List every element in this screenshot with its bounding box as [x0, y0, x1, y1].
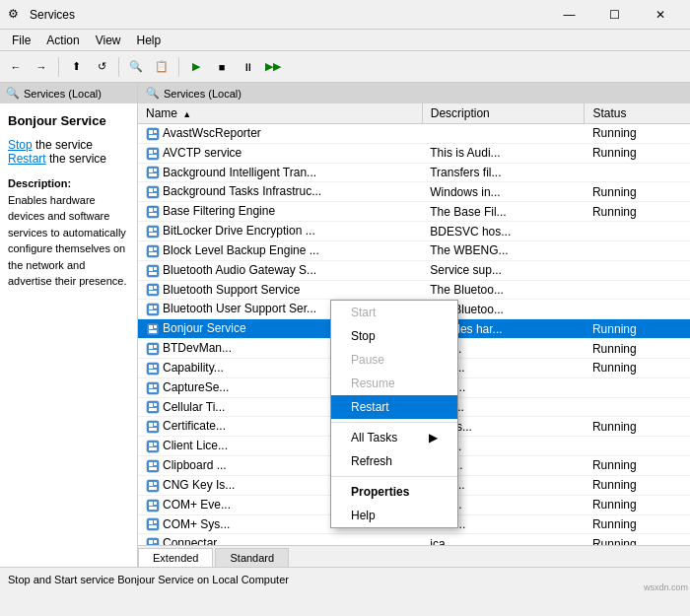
toolbar-separator-1	[58, 57, 59, 77]
service-name-cell: AVCTP service	[138, 143, 422, 163]
table-row[interactable]: Block Level Backup Engine ...The WBENG..…	[138, 240, 690, 260]
service-status-cell: Running	[585, 124, 690, 144]
tab-standard[interactable]: Standard	[215, 548, 289, 567]
service-desc-cell: This is Audi...	[422, 143, 585, 163]
toolbar: ← → ⬆ ↺ 🔍 📋 ▶ ■ ⏸ ▶▶	[0, 51, 690, 83]
svg-rect-58	[154, 403, 157, 406]
table-row[interactable]: BitLocker Drive Encryption ...BDESVC hos…	[138, 222, 690, 241]
svg-rect-81	[149, 520, 153, 524]
svg-rect-46	[154, 345, 157, 348]
forward-button[interactable]: →	[30, 55, 53, 79]
stop-action: Stop the service	[8, 138, 129, 152]
context-menu-item-help[interactable]: Help	[331, 504, 457, 527]
up-button[interactable]: ⬆	[64, 55, 88, 79]
service-desc-cell: BDESVC hos...	[422, 222, 585, 241]
resume-service-button[interactable]: ▶▶	[261, 55, 285, 79]
selected-service-name: Bonjour Service	[8, 113, 129, 128]
menu-item-help[interactable]: Help	[129, 32, 170, 49]
svg-rect-71	[149, 467, 157, 470]
description-title: Description:	[8, 175, 129, 192]
svg-rect-51	[149, 370, 157, 373]
service-status-cell	[585, 377, 690, 397]
sort-arrow-name: ▲	[182, 109, 191, 119]
export-button[interactable]: 📋	[150, 55, 173, 79]
svg-rect-10	[154, 169, 157, 171]
service-desc-cell: The Bluetoo...	[422, 280, 585, 300]
svg-rect-67	[149, 447, 157, 450]
col-status[interactable]: Status	[585, 103, 690, 124]
service-name-cell: Bluetooth Support Service	[138, 280, 422, 300]
service-desc-cell: Transfers fil...	[422, 163, 585, 182]
context-menu-item-stop[interactable]: Stop	[331, 324, 457, 348]
menu-item-view[interactable]: View	[88, 32, 129, 49]
search-button[interactable]: 🔍	[124, 55, 148, 79]
svg-rect-77	[149, 502, 153, 506]
window-controls: — ☐ ✕	[547, 0, 682, 30]
maximize-button[interactable]: ☐	[592, 0, 637, 30]
svg-rect-54	[154, 384, 157, 387]
table-row[interactable]: AVCTP serviceThis is Audi...Running	[138, 143, 690, 163]
table-row[interactable]: Bluetooth Audio Gateway S...Service sup.…	[138, 260, 690, 280]
context-menu-item-all-tasks[interactable]: All Tasks▶	[331, 426, 457, 449]
svg-rect-25	[149, 247, 153, 251]
title-bar: ⚙ Services — ☐ ✕	[0, 0, 690, 30]
col-name[interactable]: Name ▲	[138, 103, 422, 124]
pause-service-button[interactable]: ⏸	[236, 55, 259, 79]
svg-rect-30	[154, 267, 157, 270]
description-text: Enables hardware devices and software se…	[8, 192, 129, 290]
context-menu-item-refresh[interactable]: Refresh	[331, 449, 457, 473]
context-menu-item-pause: Pause	[331, 348, 457, 372]
context-menu-item-properties[interactable]: Properties	[331, 480, 457, 504]
tab-extended[interactable]: Extended	[138, 548, 213, 567]
left-panel-title: Services (Local)	[24, 88, 102, 100]
refresh-button[interactable]: ↺	[90, 55, 113, 79]
stop-link[interactable]: Stop	[8, 138, 33, 152]
main-layout: 🔍 Services (Local) Bonjour Service Stop …	[0, 83, 690, 567]
toolbar-separator-2	[118, 57, 119, 77]
service-status-cell	[585, 280, 690, 300]
svg-rect-26	[154, 247, 157, 250]
context-menu-item-restart[interactable]: Restart	[331, 395, 457, 419]
table-row[interactable]: Background Intelligent Tran...Transfers …	[138, 163, 690, 182]
context-menu-separator	[331, 422, 457, 423]
service-status-cell: Running	[585, 319, 690, 339]
minimize-button[interactable]: —	[547, 0, 591, 30]
service-status-cell: Running	[585, 358, 690, 377]
service-name-cell: Background Tasks Infrastruc...	[138, 182, 422, 202]
service-desc-cell: Windows in...	[422, 182, 585, 202]
svg-rect-53	[149, 384, 153, 388]
svg-rect-66	[154, 443, 157, 445]
table-row[interactable]: Base Filtering EngineThe Base Fil...Runn…	[138, 202, 690, 222]
svg-rect-31	[149, 272, 157, 275]
close-button[interactable]: ✕	[638, 0, 682, 30]
service-status-cell: Running	[585, 202, 690, 222]
col-description[interactable]: Description	[422, 103, 585, 124]
svg-rect-43	[149, 330, 157, 333]
service-name-cell: BitLocker Drive Encryption ...	[138, 222, 422, 241]
svg-rect-38	[154, 306, 157, 308]
service-status-cell: Running	[585, 514, 690, 534]
right-panel-header: 🔍 Services (Local)	[138, 83, 690, 103]
stop-service-button[interactable]: ■	[210, 55, 234, 79]
svg-rect-34	[154, 286, 157, 289]
service-desc-cell: The Base Fil...	[422, 202, 585, 222]
table-row[interactable]: AvastWscReporterRunning	[138, 124, 690, 144]
table-row[interactable]: Background Tasks Infrastruc...Windows in…	[138, 182, 690, 202]
menu-item-action[interactable]: Action	[38, 32, 87, 49]
service-desc-cell	[422, 124, 585, 144]
service-status-cell	[585, 300, 690, 319]
table-row[interactable]: Bluetooth Support ServiceThe Bluetoo...	[138, 280, 690, 300]
svg-rect-13	[149, 188, 153, 192]
service-name-cell: Background Intelligent Tran...	[138, 163, 422, 182]
service-desc-cell: The WBENG...	[422, 240, 585, 260]
svg-rect-59	[149, 408, 157, 411]
start-service-button[interactable]: ▶	[184, 55, 208, 79]
svg-rect-70	[154, 462, 157, 465]
menu-item-file[interactable]: File	[4, 32, 38, 49]
description-section: Description: Enables hardware devices an…	[8, 175, 129, 290]
back-button[interactable]: ←	[4, 55, 28, 79]
svg-rect-73	[149, 482, 153, 486]
restart-link[interactable]: Restart	[8, 152, 46, 166]
service-desc-cell: Service sup...	[422, 260, 585, 280]
svg-rect-22	[154, 228, 157, 231]
